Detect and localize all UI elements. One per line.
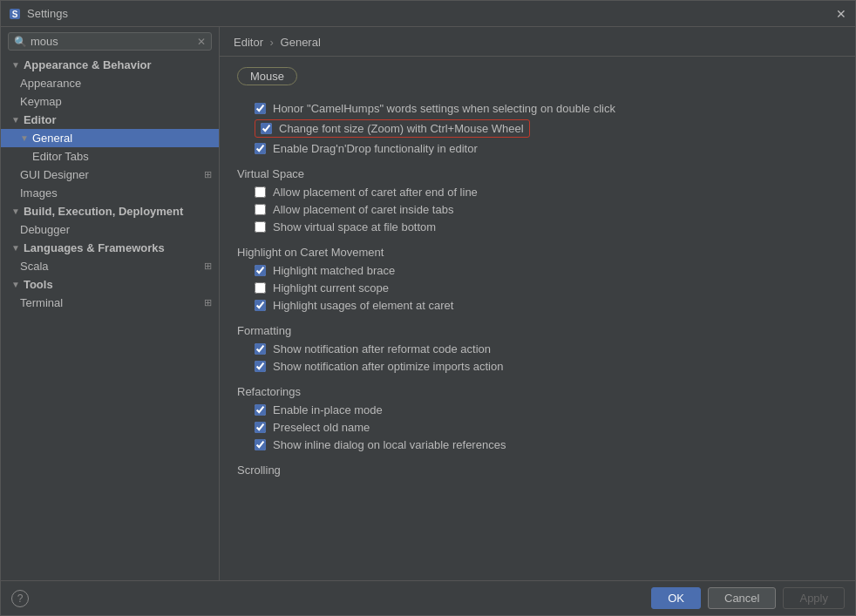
settings-body: Mouse Honor "CamelHumps" words settings … xyxy=(220,57,855,580)
svg-text:S: S xyxy=(12,10,18,19)
ext-icon: ⊞ xyxy=(204,297,212,308)
checkbox-preselect: Preselect old name xyxy=(255,421,838,434)
checkbox-inline-dialog: Show inline dialog on local variable ref… xyxy=(255,438,838,451)
checkbox-change-font-size: Change font size (Zoom) with Ctrl+Mouse … xyxy=(255,119,838,138)
current-scope-checkbox[interactable] xyxy=(255,282,266,294)
sidebar-item-languages[interactable]: ▼ Languages & Frameworks xyxy=(1,239,219,257)
inplace-checkbox[interactable] xyxy=(255,404,266,416)
virtual-bottom-checkbox[interactable] xyxy=(255,221,266,233)
checkbox-current-scope: Highlight current scope xyxy=(255,281,838,294)
sidebar-item-build-exec[interactable]: ▼ Build, Execution, Deployment xyxy=(1,202,219,220)
sidebar-item-appearance-behavior[interactable]: ▼ Appearance & Behavior xyxy=(1,56,219,74)
search-icon: 🔍 xyxy=(14,36,27,48)
sidebar-item-editor-tabs[interactable]: Editor Tabs xyxy=(1,147,219,166)
sidebar-item-gui-designer[interactable]: GUI Designer ⊞ xyxy=(1,166,219,184)
optimize-notify-checkbox[interactable] xyxy=(255,361,266,372)
sidebar-item-images[interactable]: Images xyxy=(1,184,219,202)
search-input[interactable] xyxy=(31,35,197,48)
formatting-section: Show notification after reformat code ac… xyxy=(237,342,838,373)
sidebar-item-scala[interactable]: Scala ⊞ xyxy=(1,257,219,275)
camel-humps-checkbox[interactable] xyxy=(255,103,266,114)
reformat-notify-checkbox[interactable] xyxy=(255,343,266,355)
breadcrumb: Editor › General xyxy=(220,27,855,57)
highlighted-font-size-row: Change font size (Zoom) with Ctrl+Mouse … xyxy=(255,119,530,138)
checkbox-usages: Highlight usages of element at caret xyxy=(255,299,838,312)
preselect-checkbox[interactable] xyxy=(255,422,266,433)
matched-brace-checkbox[interactable] xyxy=(255,265,266,276)
sidebar-item-terminal[interactable]: Terminal ⊞ xyxy=(1,294,219,312)
checkbox-optimize-notify: Show notification after optimize imports… xyxy=(255,360,838,373)
expand-arrow: ▼ xyxy=(11,206,20,216)
checkbox-reformat-notify: Show notification after reformat code ac… xyxy=(255,342,838,355)
refactorings-section: Enable in-place mode Preselect old name … xyxy=(237,403,838,451)
settings-window: S Settings ✕ 🔍 ✕ ▼ Appearance & Behavior… xyxy=(0,0,856,616)
expand-arrow: ▼ xyxy=(11,243,20,253)
caret-tabs-checkbox[interactable] xyxy=(255,204,266,215)
sidebar: 🔍 ✕ ▼ Appearance & Behavior Appearance K… xyxy=(1,27,220,580)
highlight-caret-label: Highlight on Caret Movement xyxy=(237,246,838,259)
expand-arrow: ▼ xyxy=(11,60,20,70)
breadcrumb-part2: General xyxy=(281,36,321,49)
expand-arrow: ▼ xyxy=(20,133,29,143)
checkbox-caret-tabs: Allow placement of caret inside tabs xyxy=(255,203,838,216)
breadcrumb-sep: › xyxy=(270,36,274,49)
expand-arrow: ▼ xyxy=(11,115,20,125)
breadcrumb-part1: Editor xyxy=(234,36,263,49)
settings-panel: Editor › General Mouse Honor "CamelHumps… xyxy=(220,27,855,580)
ok-button[interactable]: OK xyxy=(651,587,701,609)
window-title: Settings xyxy=(27,7,834,20)
checkbox-drag-drop: Enable Drag'n'Drop functionality in edit… xyxy=(255,142,838,155)
checkbox-camel-humps: Honor "CamelHumps" words settings when s… xyxy=(255,102,838,115)
expand-arrow: ▼ xyxy=(11,280,20,289)
ext-icon: ⊞ xyxy=(204,169,212,180)
app-icon: S xyxy=(8,7,22,21)
checkbox-caret-end: Allow placement of caret after end of li… xyxy=(255,186,838,199)
usages-checkbox[interactable] xyxy=(255,300,266,311)
search-box[interactable]: 🔍 ✕ xyxy=(8,32,212,51)
virtual-space-section: Allow placement of caret after end of li… xyxy=(237,186,838,234)
virtual-space-label: Virtual Space xyxy=(237,167,838,180)
ext-icon: ⊞ xyxy=(204,261,212,272)
scrolling-label: Scrolling xyxy=(237,464,838,477)
cancel-button[interactable]: Cancel xyxy=(708,587,776,609)
sidebar-item-debugger[interactable]: Debugger xyxy=(1,220,219,239)
sidebar-item-keymap[interactable]: Keymap xyxy=(1,92,219,111)
refactorings-label: Refactorings xyxy=(237,385,838,398)
bottom-bar: ? OK Cancel Apply xyxy=(1,580,855,615)
checkbox-inplace: Enable in-place mode xyxy=(255,403,838,416)
help-button[interactable]: ? xyxy=(11,590,29,607)
inline-dialog-checkbox[interactable] xyxy=(255,439,266,450)
mouse-badge: Mouse xyxy=(237,67,838,98)
checkbox-virtual-bottom: Show virtual space at file bottom xyxy=(255,220,838,234)
sidebar-item-appearance[interactable]: Appearance xyxy=(1,74,219,92)
sidebar-item-tools[interactable]: ▼ Tools xyxy=(1,275,219,294)
sidebar-item-general[interactable]: ▼ General xyxy=(1,129,219,147)
title-bar: S Settings ✕ xyxy=(1,1,855,27)
main-content: 🔍 ✕ ▼ Appearance & Behavior Appearance K… xyxy=(1,27,855,580)
drag-drop-checkbox[interactable] xyxy=(255,143,266,154)
change-font-size-checkbox[interactable] xyxy=(261,123,272,134)
mouse-section: Honor "CamelHumps" words settings when s… xyxy=(237,102,838,155)
checkbox-matched-brace: Highlight matched brace xyxy=(255,264,838,277)
apply-button[interactable]: Apply xyxy=(783,587,845,609)
formatting-label: Formatting xyxy=(237,324,838,337)
sidebar-item-editor[interactable]: ▼ Editor xyxy=(1,111,219,129)
search-clear-icon[interactable]: ✕ xyxy=(197,36,206,48)
caret-end-checkbox[interactable] xyxy=(255,186,266,198)
highlight-caret-section: Highlight matched brace Highlight curren… xyxy=(237,264,838,312)
close-button[interactable]: ✕ xyxy=(834,7,848,21)
